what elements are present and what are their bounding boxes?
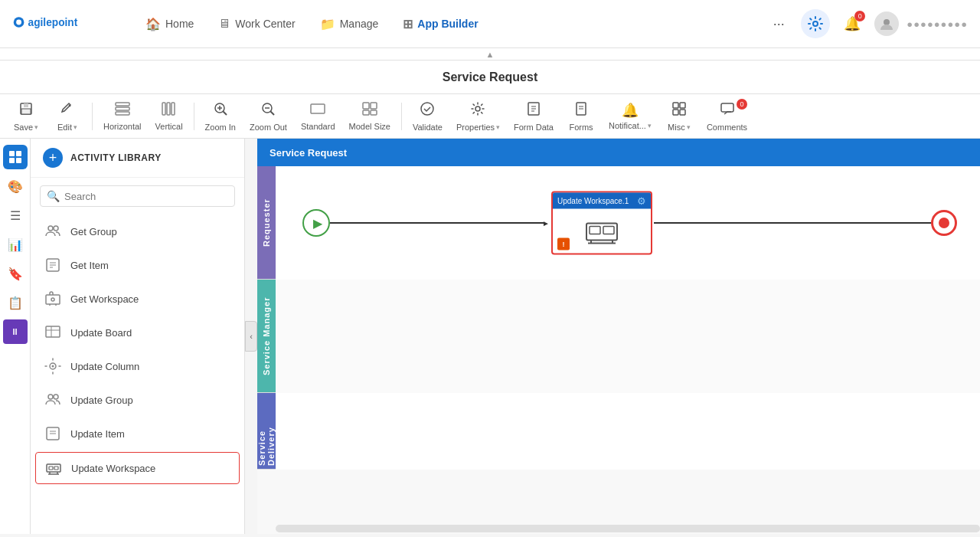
nav-appbuilder[interactable]: ⊞ App Builder [392,11,488,38]
misc-label: Misc ▾ [668,123,691,132]
comments-icon [720,101,735,120]
task-node-update-workspace[interactable]: Update Workspace.1 ⚙ [551,192,652,255]
notifications-label: Notificat... ▾ [609,121,652,130]
nav-manage[interactable]: 📁 Manage [309,11,390,38]
activity-item-get-workspace[interactable]: Get Workspace [31,282,244,316]
svg-rect-9 [116,107,129,110]
toolbar-save[interactable]: Save ▾ [6,97,46,136]
canvas-title: Service Request [270,147,347,159]
strip-list-icon[interactable]: ☰ [3,203,28,228]
toolbar-misc[interactable]: Misc ▾ [659,97,699,136]
svg-rect-42 [9,158,15,163]
zoomout-icon [260,101,276,120]
canvas-body[interactable]: Requester ▶ ► Update Workspace.1 [257,166,980,534]
save-label: Save ▾ [14,123,38,132]
toolbar-standard[interactable]: Standard [295,97,341,136]
update-group-label: Update Group [70,395,133,406]
get-workspace-label: Get Workspace [70,293,139,305]
svg-rect-35 [673,103,678,108]
formdata-icon [526,101,541,120]
svg-rect-66 [54,467,58,470]
update-workspace-label: Update Workspace [71,463,155,474]
strip-paint-icon[interactable]: 🎨 [3,174,28,198]
toolbar-properties[interactable]: Properties ▾ [450,97,506,136]
misc-icon [671,101,687,120]
svg-rect-8 [116,103,129,106]
flow-arrow-1: ► [542,219,550,228]
search-input[interactable] [64,191,228,202]
nav-home[interactable]: 🏠 Home [135,11,204,38]
svg-rect-39 [721,103,733,112]
strip-id-icon[interactable]: II [3,319,28,344]
svg-point-27 [475,106,480,111]
update-group-icon [43,390,63,410]
zoomin-icon [213,101,228,120]
zoomin-label: Zoom In [205,123,236,132]
activity-item-update-group[interactable]: Update Group [31,383,244,417]
vertical-label: Vertical [155,122,183,131]
activity-item-update-workspace[interactable]: Update Workspace [35,452,240,484]
strip-grid-icon[interactable] [3,145,28,169]
task-node-body: ! [553,209,651,254]
forms-icon [573,101,589,120]
update-board-label: Update Board [70,327,132,339]
toolbar-zoomout[interactable]: Zoom Out [243,97,293,136]
activity-item-update-column[interactable]: Update Column [31,349,244,383]
canvas-scrollbar[interactable] [276,525,980,532]
properties-label: Properties ▾ [456,123,500,132]
zoomout-label: Zoom Out [250,123,287,132]
sep1 [92,103,93,130]
toolbar-comments[interactable]: 0 Comments [701,97,753,136]
strip-chart-icon[interactable]: 📊 [3,232,28,257]
svg-rect-25 [371,110,377,115]
comments-label: Comments [707,123,747,132]
toolbar-notifications[interactable]: 🔔 Notificat... ▾ [603,97,658,136]
notifications-button[interactable]: 🔔 0 [838,9,867,38]
nav-workcenter[interactable]: 🖥 Work Center [207,11,305,37]
task-gear-icon[interactable]: ⚙ [637,195,646,207]
toolbar-horizontal[interactable]: Horizontal [97,97,148,136]
strip-tag-icon[interactable]: 🔖 [3,261,28,286]
svg-line-20 [271,111,275,115]
svg-point-45 [54,226,58,231]
toolbar-vertical[interactable]: Vertical [149,97,189,136]
activity-item-get-item[interactable]: Get Item [31,248,244,282]
settings-button[interactable] [801,9,830,38]
swim-lane-requester-label: Requester [257,166,276,279]
strip-book-icon[interactable]: 📋 [3,290,28,315]
swim-lane-service-manager-label: Service Manager [257,280,276,392]
get-workspace-icon [43,289,63,309]
svg-point-26 [421,103,433,115]
toolbar-zoomin[interactable]: Zoom In [199,97,242,136]
svg-rect-54 [46,326,60,337]
nav-workcenter-label: Work Center [235,18,295,30]
svg-rect-43 [16,158,21,163]
horizontal-icon [115,102,130,120]
collapse-panel-button[interactable]: ‹ [245,321,257,352]
svg-rect-38 [680,110,685,115]
svg-rect-37 [673,110,678,115]
toolbar-formdata[interactable]: Form Data [508,97,560,136]
appbuilder-icon: ⊞ [403,17,413,31]
activity-item-update-item[interactable]: Update Item [31,417,244,450]
collapse-bar[interactable]: ▲ [0,48,980,61]
svg-rect-41 [16,151,21,156]
nav-items: 🏠 Home 🖥 Work Center 📁 Manage ⊞ App Buil… [135,11,764,38]
activity-item-update-board[interactable]: Update Board [31,316,244,349]
toolbar-forms[interactable]: Forms [561,97,601,136]
toolbar-edit[interactable]: Edit ▾ [47,97,87,136]
top-nav: agilepoint 🏠 Home 🖥 Work Center 📁 Manage… [0,0,980,48]
add-activity-button[interactable]: + [43,148,63,168]
canvas-area: Service Request Requester ▶ ► [257,139,980,534]
toolbar-validate[interactable]: Validate [407,97,449,136]
swim-lane-service-manager-content [276,280,980,393]
svg-point-59 [48,395,53,399]
swim-lane-service-manager: Service Manager [257,280,980,393]
svg-rect-36 [680,103,685,108]
get-item-icon [43,255,63,275]
main-layout: 🎨 ☰ 📊 🔖 📋 II + ACTIVITY LIBRARY 🔍 Get Gr… [0,139,980,534]
more-button[interactable]: ··· [764,9,793,38]
flow-start-node[interactable]: ▶ [302,209,330,237]
toolbar-modelsize[interactable]: Model Size [343,97,397,136]
activity-item-get-group[interactable]: Get Group [31,214,244,248]
